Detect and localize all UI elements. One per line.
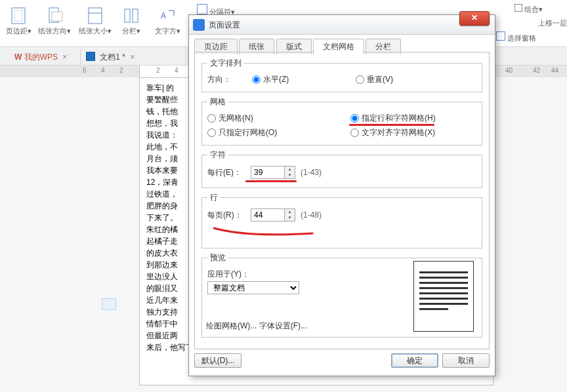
- columns-icon: [122, 7, 140, 25]
- group-grid: 网格 无网格(N) 指定行和字符网格(H) 只指定行网格(O) 文字对齐字符网格…: [201, 96, 482, 146]
- per-line-label: 每行(E)：: [207, 167, 245, 178]
- spin-up-icon[interactable]: ▲: [285, 167, 295, 172]
- selection-pane-icon: [496, 31, 505, 41]
- tab-docgrid[interactable]: 文档网格: [313, 39, 364, 54]
- per-page-label: 每页(R)：: [207, 210, 245, 221]
- annotation-red-curve: [207, 225, 326, 240]
- spin-down-icon[interactable]: ▼: [285, 215, 295, 221]
- apply-to-select[interactable]: 整篇文档: [207, 281, 299, 294]
- radio-vertical[interactable]: 垂直(V): [356, 74, 393, 85]
- ribbon-columns[interactable]: 分栏▾: [118, 7, 144, 36]
- dialog-title: 页面设置: [209, 20, 240, 31]
- close-icon[interactable]: ×: [130, 49, 135, 66]
- svg-rect-4: [89, 8, 102, 24]
- ribbon-size-label: 纸张大小: [79, 27, 108, 35]
- chars-per-line-input[interactable]: [251, 167, 284, 178]
- breaks-icon: [197, 4, 207, 14]
- ribbon-margins[interactable]: 页边距▾: [4, 7, 33, 36]
- radio-no-grid[interactable]: 无网格(N): [207, 113, 345, 124]
- group-lines: 行 每页(R)： ▲▼ (1-48): [201, 192, 482, 248]
- page-size-icon: [86, 7, 104, 25]
- ribbon-group-combine[interactable]: 组合▾: [514, 4, 543, 14]
- ribbon-columns-label: 分栏: [122, 27, 136, 35]
- dialog-close-button[interactable]: ✕: [459, 11, 490, 26]
- ribbon-bring-forward[interactable]: 上移一层: [538, 18, 567, 28]
- group-chars: 字符 每行(E)： ▲▼ (1-43): [201, 149, 482, 188]
- ribbon-margins-label: 页边距: [6, 27, 28, 35]
- lines-per-page-spinner[interactable]: ▲▼: [251, 208, 295, 222]
- tab-document[interactable]: 文档1 * ×: [80, 49, 140, 66]
- page-preview-thumbnail: [413, 261, 474, 332]
- tab-mywps[interactable]: W 我的WPS ×: [9, 49, 72, 66]
- chars-per-line-spinner[interactable]: ▲▼: [251, 166, 295, 179]
- direction-label: 方向：: [207, 74, 247, 85]
- radio-align-char[interactable]: 文字对齐字符网格(X): [350, 127, 435, 138]
- app-icon: [193, 19, 205, 31]
- doc-icon: [86, 52, 95, 61]
- radio-line-char-grid[interactable]: 指定行和字符网格(H): [350, 113, 436, 124]
- radio-line-only[interactable]: 只指定行网格(O): [207, 127, 345, 138]
- svg-rect-3: [52, 12, 62, 21]
- gutter-paste-icon[interactable]: [102, 298, 116, 310]
- page-margins-icon: [9, 7, 28, 25]
- dialog-titlebar: 页面设置 ✕: [189, 15, 495, 35]
- ribbon-text-direction[interactable]: A 文字方▾: [151, 7, 184, 36]
- annotation-red-underline: [349, 124, 434, 126]
- group-text-arrange: 文字排列 方向： 水平(Z) 垂直(V): [201, 58, 482, 92]
- group-preview: 预览 应用于(Y)： 整篇文档 绘图网格(W)... 字体设置(F)...: [201, 252, 482, 338]
- text-direction-icon: A: [158, 7, 177, 25]
- orientation-icon: [45, 7, 64, 25]
- svg-text:A: A: [161, 11, 166, 20]
- ribbon-orientation-label: 纸张方向: [38, 27, 67, 35]
- font-settings-button[interactable]: 字体设置(F)...: [259, 321, 307, 330]
- ribbon-textdir-label: 文字方: [155, 27, 177, 35]
- lines-range-hint: (1-48): [301, 210, 322, 220]
- wps-logo-icon: W: [14, 52, 22, 62]
- ribbon-orientation[interactable]: 纸张方向▾: [37, 7, 72, 36]
- ribbon-selection-pane[interactable]: 选择窗格: [496, 31, 536, 43]
- dialog-button-row: 默认(D)... 取消 确定: [194, 353, 490, 370]
- default-button[interactable]: 默认(D)...: [194, 353, 242, 368]
- ok-button[interactable]: 确定: [391, 353, 438, 368]
- spin-down-icon[interactable]: ▼: [285, 172, 295, 178]
- apply-to-label: 应用于(Y)：: [207, 269, 249, 280]
- lines-per-page-input[interactable]: [251, 209, 284, 221]
- chars-range-hint: (1-43): [301, 168, 322, 177]
- svg-rect-6: [125, 9, 130, 22]
- cancel-button[interactable]: 取消: [442, 353, 490, 368]
- svg-rect-7: [133, 9, 138, 22]
- combine-icon: [514, 4, 522, 12]
- spin-up-icon[interactable]: ▲: [285, 209, 295, 215]
- close-icon[interactable]: ×: [62, 49, 67, 66]
- draw-grid-button[interactable]: 绘图网格(W)...: [206, 321, 257, 330]
- page-setup-dialog: 页面设置 ✕ 页边距 纸张 版式 文档网格 分栏 文字排列 方向： 水平(Z) …: [188, 14, 495, 376]
- annotation-red-underline: [245, 180, 297, 182]
- ribbon-size[interactable]: 纸张大小▾: [77, 7, 113, 36]
- radio-horizontal[interactable]: 水平(Z): [252, 74, 350, 85]
- dialog-body: 文字排列 方向： 水平(Z) 垂直(V) 网格 无网格(N) 指定行和字符网格(…: [194, 52, 490, 349]
